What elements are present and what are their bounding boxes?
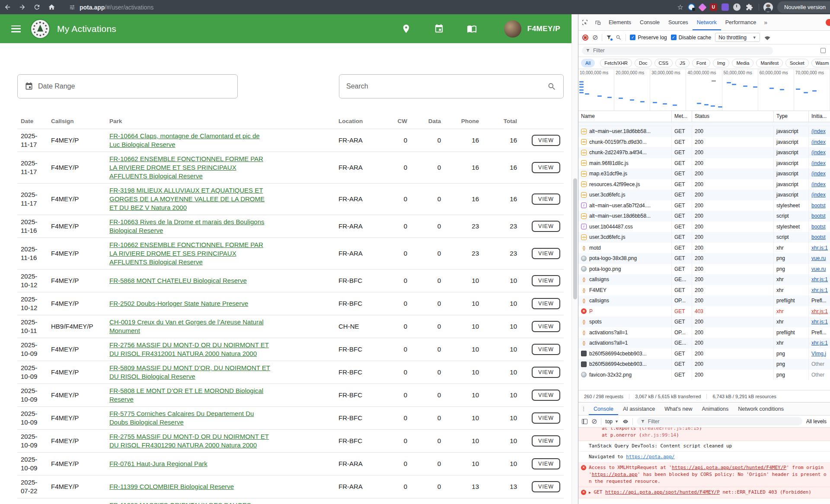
network-request-row[interactable]: <>alt~main~user.18d6bb58...GET200scriptb… — [578, 211, 830, 222]
park-link[interactable]: FR-5775 Corniches Calcaires Du Departeme… — [109, 409, 270, 427]
network-request-row[interactable]: {}spotsGET200xhrxhr.js:1 — [578, 317, 830, 327]
initiator-link[interactable]: bootst — [811, 224, 826, 230]
more-tabs-icon[interactable]: » — [760, 14, 771, 30]
network-conditions-icon[interactable] — [764, 34, 771, 41]
park-link[interactable]: FR-0761 Haut-Jura Regional Park — [109, 460, 208, 468]
network-request-row[interactable]: <>map.e31dcf9e.jsGET200javascript(index — [578, 168, 830, 179]
page-scrollbar[interactable] — [571, 14, 578, 504]
view-button[interactable]: VIEW — [532, 412, 560, 424]
network-request-row[interactable]: ✕PGET403xhrxhr.js:1 — [578, 306, 830, 317]
filter-chip-all[interactable]: All — [581, 59, 595, 67]
initiator-link[interactable]: (index — [811, 160, 826, 166]
date-range-input[interactable]: Date Range — [17, 74, 238, 98]
network-filter-input[interactable]: Filter — [582, 47, 773, 55]
park-link[interactable]: FR-5868 MONT CHATELEU Biological Reserve — [109, 276, 247, 285]
extension-icon-1[interactable] — [688, 3, 695, 11]
tab-elements[interactable]: Elements — [604, 14, 635, 30]
network-request-row[interactable]: pota-logo.pngGET200pngvue.ru — [578, 264, 830, 275]
search-input[interactable]: Search — [339, 74, 564, 98]
view-button[interactable]: VIEW — [532, 367, 560, 378]
view-button[interactable]: VIEW — [532, 481, 560, 492]
view-button[interactable]: VIEW — [532, 458, 560, 469]
view-button[interactable]: VIEW — [532, 321, 560, 332]
park-link[interactable]: FR-10662 ENSEMBLE FONCTIONNEL FORME PAR … — [109, 155, 270, 181]
initiator-link[interactable]: xhr.js:1 — [811, 319, 828, 325]
tab-performance[interactable]: Performance — [721, 14, 761, 30]
console-sidebar-icon[interactable] — [582, 419, 587, 424]
initiator-link[interactable]: (index — [811, 149, 826, 155]
invert-filter-checkbox[interactable] — [820, 48, 826, 53]
network-request-row[interactable]: <>user.3cd6fefc.jsGET200scriptbootst — [578, 232, 830, 243]
network-request-row[interactable]: b260f586994cbebb903...GET200pngOther — [578, 359, 830, 370]
initiator-link[interactable]: bootst — [811, 213, 826, 219]
park-link[interactable]: FR-10662 ENSEMBLE FONCTIONNEL FORME PAR … — [109, 241, 270, 266]
initiator-link[interactable]: xhr.js:1 — [811, 340, 828, 346]
drawer-tab-ai-assistance[interactable]: AI assistance — [618, 403, 660, 415]
network-request-row[interactable]: {}activations?all=1GE...200xhrxhr.js:1 — [578, 338, 830, 349]
network-request-row[interactable]: {}motdGET200xhrxhr.js:1 — [578, 243, 830, 254]
park-link[interactable]: FR-2756 MASSIF DU MONT-D OR DU NOIRMONT … — [109, 341, 270, 358]
extensions-puzzle-icon[interactable] — [745, 2, 754, 13]
park-link[interactable]: FR-2502 Doubs-Horloger State Nature Pres… — [109, 299, 248, 308]
view-button[interactable]: VIEW — [532, 193, 560, 205]
drawer-tab-animations[interactable]: Animations — [697, 403, 733, 415]
network-request-row[interactable]: {}activations?all=1OP...200preflightPref… — [578, 327, 830, 338]
park-link[interactable]: FR-3198 MILIEUX ALLUVIAUX ET AQUATIQUES … — [109, 186, 270, 212]
extension-icon-4[interactable] — [721, 3, 729, 11]
preserve-log-checkbox[interactable]: ✓ Preserve log — [630, 35, 667, 41]
initiator-link[interactable]: vue.ru — [811, 255, 826, 261]
network-request-row[interactable]: <>chunk-2d22497b.a4f34...GET200javascrip… — [578, 147, 830, 158]
calendar-icon[interactable] — [434, 24, 444, 34]
view-button[interactable]: VIEW — [532, 248, 560, 259]
view-button[interactable]: VIEW — [532, 275, 560, 286]
new-version-button[interactable]: Nouvelle version — [777, 1, 830, 13]
home-icon[interactable] — [44, 2, 59, 13]
location-pin-icon[interactable] — [401, 24, 411, 34]
network-request-row[interactable]: <>user.3cd6fefc.jsGET200javascript(index — [578, 190, 830, 200]
device-toolbar-icon[interactable] — [591, 14, 604, 30]
pota-logo[interactable] — [31, 20, 49, 38]
console-link[interactable]: https://pota.app — [592, 472, 638, 477]
initiator-link[interactable]: xhr.js:1 — [811, 245, 828, 251]
initiator-link[interactable]: (index — [811, 171, 826, 177]
network-request-row[interactable]: {}F4MEYGET200xhrxhr.js:1 — [578, 285, 830, 296]
initiator-link[interactable]: (index — [811, 181, 826, 187]
back-icon[interactable] — [0, 2, 15, 13]
network-request-row[interactable]: <>resources.42f99ece.jsGET200javascript(… — [578, 179, 830, 190]
drawer-menu-icon[interactable]: ⋮ — [578, 403, 589, 415]
filter-chip-fetchxhr[interactable]: Fetch/XHR — [600, 59, 632, 67]
network-request-row[interactable]: <>chunk-00159f7b.d9d30...GET200javascrip… — [578, 137, 830, 148]
park-link[interactable]: FR-10663 Rives de la Drome et marais des… — [109, 218, 270, 235]
forward-icon[interactable] — [15, 2, 29, 13]
drawer-tab-network-conditions[interactable]: Network conditions — [733, 403, 788, 415]
filter-chip-media[interactable]: Media — [732, 59, 753, 67]
checkbox-checked-icon[interactable]: ✓ — [671, 35, 677, 40]
initiator-link[interactable]: VImg.j — [811, 351, 826, 357]
book-icon[interactable] — [467, 24, 477, 34]
view-button[interactable]: VIEW — [532, 162, 560, 173]
network-request-row[interactable]: /user.1b044487.cssGET200stylesheetbootst — [578, 222, 830, 232]
initiator-link[interactable]: xhr.js:1 — [811, 287, 828, 293]
filter-chip-img[interactable]: Img — [713, 59, 729, 67]
javascript-context-dropdown[interactable]: top▼ — [605, 418, 619, 425]
filter-icon[interactable] — [606, 35, 612, 40]
net-column-header-type[interactable]: Type — [774, 111, 809, 122]
net-column-header-status[interactable]: Status — [692, 111, 774, 122]
initiator-link[interactable]: bootst — [811, 203, 826, 209]
network-request-row[interactable]: pota-logo-38x38.pngGET200pngvue.ru — [578, 253, 830, 264]
filter-chip-doc[interactable]: Doc — [635, 59, 652, 67]
extension-icon-5[interactable] — [733, 3, 741, 11]
browser-profile-avatar[interactable] — [763, 3, 773, 12]
park-link[interactable]: FR-5808 LE MONT D’OR ET LE MOROND Biolog… — [109, 387, 270, 404]
site-info-icon[interactable] — [65, 2, 80, 13]
record-network-log-button[interactable] — [582, 35, 588, 41]
park-link[interactable]: CH-0019 Creux du Van et Gorges de l’Areu… — [109, 318, 270, 335]
view-button[interactable]: VIEW — [532, 390, 560, 401]
console-link[interactable]: https://api.pota.app/spot/hunted/F4MEY/P — [672, 465, 786, 470]
view-button[interactable]: VIEW — [532, 344, 560, 355]
console-link[interactable]: https://api.pota.app/spot/hunted/F4MEY/P — [605, 489, 720, 495]
filter-chip-wasm[interactable]: Wasm — [811, 59, 830, 67]
checkbox-checked-icon[interactable]: ✓ — [630, 35, 635, 40]
drawer-tab-console[interactable]: Console — [589, 403, 618, 415]
filter-chip-font[interactable]: Font — [692, 59, 710, 67]
